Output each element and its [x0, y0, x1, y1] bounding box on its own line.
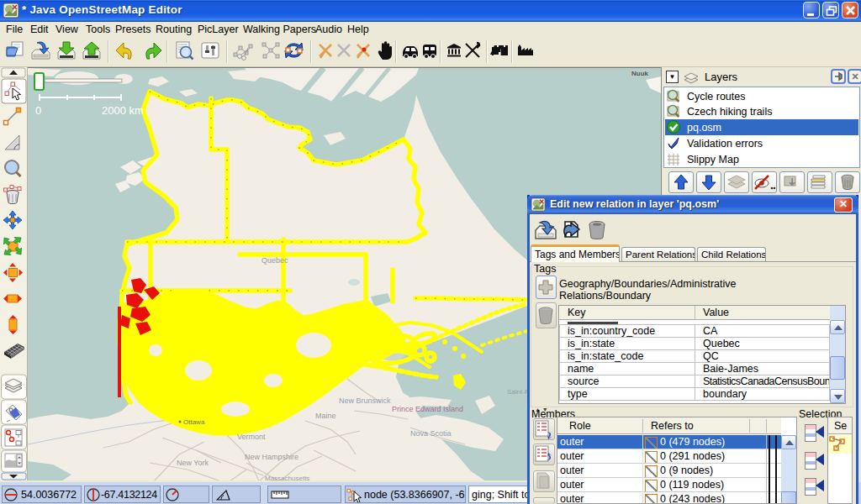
svg-text:New Hampshire: New Hampshire: [245, 453, 298, 461]
svg-text:Nuuk: Nuuk: [631, 70, 649, 77]
svg-text:0: 0: [35, 104, 41, 117]
svg-text:Quebec: Quebec: [261, 256, 288, 265]
svg-text:New York: New York: [177, 459, 209, 467]
svg-text:2000 km: 2000 km: [102, 104, 144, 117]
svg-text:Prince Edward Island: Prince Edward Island: [392, 405, 463, 413]
svg-text:New Brunswick: New Brunswick: [339, 396, 391, 405]
svg-text:Maine: Maine: [315, 412, 336, 420]
svg-text:Nova Scotia: Nova Scotia: [410, 429, 452, 438]
svg-text:Vermont: Vermont: [237, 433, 266, 441]
svg-text:Ottawa: Ottawa: [183, 418, 205, 426]
